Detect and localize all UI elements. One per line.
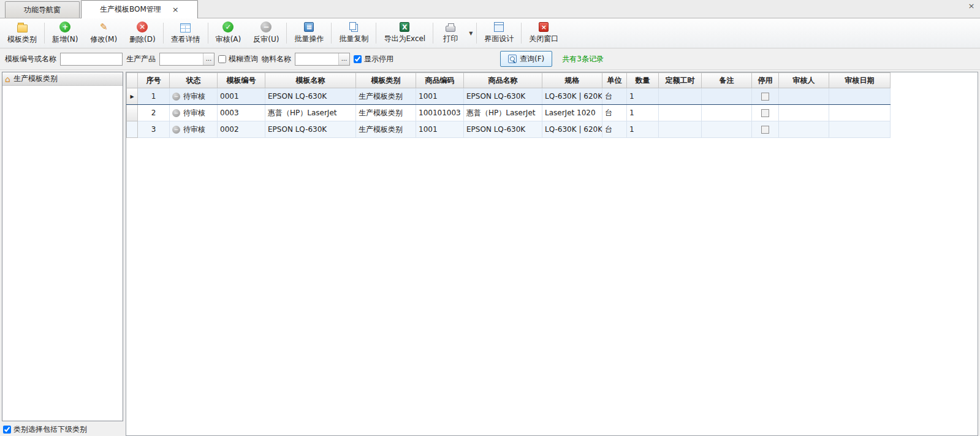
include-subcategory-checkbox[interactable] [3,426,11,434]
main-area: ⌂ 生产模板类别 类别选择包括下级类别 序号 状态 模板编号 [0,70,980,436]
window-close-icon[interactable]: × [967,1,976,11]
column-header[interactable]: 审核人 [779,73,829,88]
toolbar-separator [331,23,332,44]
export-excel-label: 导出为Excel [384,34,425,44]
tab-close-icon[interactable]: × [172,5,179,14]
batch-copy-button[interactable]: 批量复制 [333,20,374,47]
tab-strip: 功能导航窗 生产模板BOM管理 × [0,0,980,18]
table-row[interactable]: 2 − 待审核 0003 惠普（HP）LaserJet 生产模板类别 10010… [127,105,891,121]
check-icon: ✓ [222,21,234,33]
material-combo: … [295,53,350,66]
product-label: 生产产品 [126,54,156,64]
cell-no: 2 [138,105,170,121]
tree-node-root-label: 生产模板类别 [13,74,58,84]
view-detail-button[interactable]: 查看详情 [165,20,207,47]
ui-design-button[interactable]: 界面设计 [478,20,520,47]
print-dropdown-caret[interactable]: ▼ [466,20,475,47]
cell-remark [702,105,752,121]
cell-category: 生产模板类别 [356,88,416,105]
row-selector-cell[interactable] [127,121,138,138]
add-icon: + [59,21,70,33]
toolbar-separator [521,23,522,44]
cell-hours [659,88,702,105]
disabled-checkbox[interactable] [761,109,769,117]
table-row[interactable]: ▶ 1 − 待审核 0001 EPSON LQ-630K 生产模板类别 1001… [127,88,891,105]
column-header[interactable]: 商品编码 [416,73,464,88]
column-header[interactable]: 单位 [602,73,627,88]
home-icon: ⌂ [5,75,10,83]
material-label: 物料名称 [262,54,291,64]
column-header[interactable]: 序号 [138,73,170,88]
column-header[interactable]: 数量 [627,73,659,88]
cell-hours [659,121,702,138]
cell-category: 生产模板类别 [356,121,416,138]
bom-table: 序号 状态 模板编号 模板名称 模板类别 商品编码 商品名称 规格 单位 数量 … [126,72,891,138]
show-disabled-checkbox[interactable] [354,55,362,63]
cell-qty: 1 [627,121,659,138]
row-selector-header [127,73,138,88]
column-header[interactable]: 停用 [752,73,779,88]
fuzzy-search-option[interactable]: 模糊查询 [218,54,258,64]
material-input[interactable] [295,54,338,64]
fuzzy-search-checkbox[interactable] [218,55,226,63]
column-header[interactable]: 备注 [702,73,752,88]
column-header[interactable]: 模板名称 [265,73,356,88]
product-combo: … [159,53,215,66]
column-header[interactable]: 模板编号 [218,73,265,88]
template-code-input[interactable] [60,53,123,66]
minus-circle-icon: − [260,21,272,33]
cell-remark [702,88,752,105]
template-category-label: 模板类别 [7,34,37,45]
product-input[interactable] [160,54,203,64]
close-window-icon: × [539,22,549,32]
ui-design-label: 界面设计 [484,34,514,44]
cell-disabled [752,105,779,121]
cell-status: − 待审核 [170,88,218,105]
query-button[interactable]: 查询(F) [500,51,552,67]
template-category-button[interactable]: 模板类别 [1,20,43,47]
tab-bom-management[interactable]: 生产模板BOM管理 × [81,0,198,18]
product-browse-button[interactable]: … [203,53,214,65]
batch-operation-button[interactable]: ▦ 批量操作 [288,20,330,47]
row-selector-cell[interactable]: ▶ [127,88,138,105]
cell-status: − 待审核 [170,105,218,121]
column-header[interactable]: 审核日期 [829,73,891,88]
show-disabled-option[interactable]: 显示停用 [354,54,393,64]
audit-button[interactable]: ✓ 审核(A) [210,20,248,47]
excel-icon: X [400,22,409,32]
column-header[interactable]: 规格 [542,73,602,88]
tree-node-root[interactable]: ⌂ 生产模板类别 [2,72,123,86]
column-header[interactable]: 模板类别 [356,73,416,88]
cell-audit-date [829,105,891,121]
record-count: 共有3条记录 [562,54,604,64]
toolbar-separator [208,23,208,44]
disabled-checkbox[interactable] [761,126,769,134]
detail-table-icon [180,23,191,33]
column-header[interactable]: 状态 [170,73,218,88]
column-header[interactable]: 商品名称 [464,73,542,88]
unaudit-button[interactable]: − 反审(U) [247,20,285,47]
copy-icon [349,22,356,30]
status-text: 待审核 [183,108,205,118]
cell-spec: LQ-630K | 620K [542,88,602,105]
edit-button[interactable]: ✎ 修改(M) [84,20,123,47]
print-button[interactable]: 打印 [435,20,466,47]
toolbar: 模板类别 + 新增(N) ✎ 修改(M) ✕ 删除(D) 查看详情 ✓ 审核(A… [0,18,980,48]
close-window-button[interactable]: × 关闭窗口 [523,20,564,47]
row-selector-cell[interactable] [127,105,138,121]
close-window-label: 关闭窗口 [529,34,558,44]
cell-disabled [752,121,779,138]
batch-copy-label: 批量复制 [339,34,368,44]
cell-audit-date [829,88,891,105]
disabled-checkbox[interactable] [761,93,769,101]
column-header[interactable]: 定额工时 [659,73,702,88]
tab-function-nav[interactable]: 功能导航窗 [5,1,80,18]
add-button[interactable]: + 新增(N) [46,20,84,47]
export-excel-button[interactable]: X 导出为Excel [378,20,431,47]
toolbar-separator [286,23,287,44]
material-browse-button[interactable]: … [338,53,349,65]
cell-template-code: 0001 [218,88,265,105]
table-row[interactable]: 3 − 待审核 0002 EPSON LQ-630K 生产模板类别 1001 E… [127,121,891,138]
cell-product-name: 惠普（HP）LaserJet [464,105,542,121]
delete-button[interactable]: ✕ 删除(D) [123,20,162,47]
